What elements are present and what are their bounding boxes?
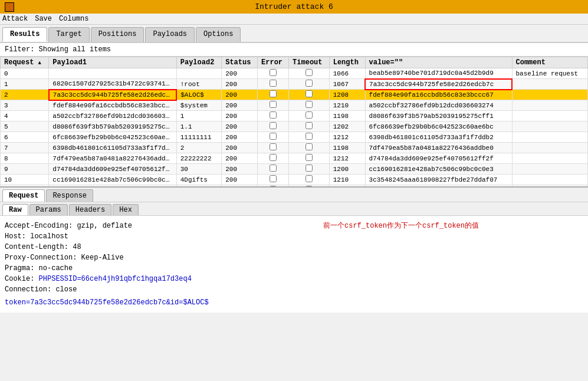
cell-payload2: 2 <box>176 143 221 153</box>
cell-error[interactable] <box>258 153 289 164</box>
tab-payloads[interactable]: Payloads <box>145 27 195 42</box>
cell-status: 200 <box>222 164 258 175</box>
cell-length: 1210 <box>329 100 365 111</box>
table-row[interactable]: 76398db461801c61105d733a3f1f7ddb22200119… <box>1 143 588 153</box>
tab-request[interactable]: Request <box>2 189 45 202</box>
req-line-4: Proxy-Connection: Keep-Alive <box>5 252 583 263</box>
cell-request: 4 <box>1 111 49 121</box>
cell-payload1: 7a3c3cc5dc944b725fe58e2d26edcb7c <box>49 90 176 100</box>
filter-text: Filter: Showing all items <box>5 45 111 54</box>
cell-payload1: a502ccbf32786efd9b12dcd036603274 <box>49 111 176 121</box>
cell-timeout[interactable] <box>289 90 330 100</box>
cell-payload1: fdef884e90fa16ccbdb56c83e3bccc67 <box>49 100 176 111</box>
cell-comment <box>512 111 587 121</box>
cell-request: 1 <box>1 79 49 90</box>
table-row[interactable]: 4a502ccbf32786efd9b12dcd0366032741200119… <box>1 111 588 121</box>
cell-payload2: 1 <box>176 111 221 121</box>
col-header-payload1[interactable]: Payload1 <box>49 57 176 68</box>
cell-comment <box>512 90 587 100</box>
menu-attack[interactable]: Attack <box>2 15 28 23</box>
cell-payload2: 1.1 <box>176 121 221 132</box>
token-line: token=7a3c3cc5dc944b725fe58e2d26edcb7c&i… <box>5 297 583 308</box>
cell-error[interactable] <box>258 132 289 143</box>
cell-timeout[interactable] <box>289 153 330 164</box>
tab-results[interactable]: Results <box>2 27 47 42</box>
cell-value: d74784da3dd609e925ef40705612ff2f <box>365 153 512 164</box>
cell-request: 7 <box>1 143 49 153</box>
col-header-timeout[interactable]: Timeout <box>289 57 330 68</box>
table-row[interactable]: 27a3c3cc5dc944b725fe58e2d26edcb7c$ALOC$2… <box>1 90 588 100</box>
col-header-payload2[interactable]: Payload2 <box>176 57 221 68</box>
col-header-error[interactable]: Error <box>258 57 289 68</box>
cell-error[interactable] <box>258 90 289 100</box>
cell-value: a502ccbf32786efd9b12dcd036603274 <box>365 100 512 111</box>
cell-error[interactable] <box>258 100 289 111</box>
cell-timeout[interactable] <box>289 164 330 175</box>
cell-timeout[interactable] <box>289 143 330 153</box>
cell-request: 9 <box>1 164 49 175</box>
cell-value: beab5e89740be701d719dc0a45d2b9d9 <box>365 68 512 79</box>
col-header-comment[interactable]: Comment <box>512 57 587 68</box>
col-header-length[interactable]: Length <box>329 57 365 68</box>
table-row[interactable]: 02001066beab5e89740be701d719dc0a45d2b9d9… <box>1 68 588 79</box>
tab-positions[interactable]: Positions <box>91 27 144 42</box>
cell-comment <box>512 153 587 164</box>
cell-comment <box>512 79 587 90</box>
cell-request: 0 <box>1 68 49 79</box>
tab-response[interactable]: Response <box>46 189 93 202</box>
col-header-value[interactable]: value="" <box>365 57 512 68</box>
cell-error[interactable] <box>258 175 289 185</box>
cell-length: 1212 <box>329 153 365 164</box>
req-line-1: Accept-Encoding: gzip, deflate <box>5 221 583 231</box>
tab-headers[interactable]: Headers <box>69 204 111 215</box>
cell-request: 8 <box>1 153 49 164</box>
cell-error[interactable] <box>258 143 289 153</box>
tab-hex[interactable]: Hex <box>113 204 139 215</box>
col-header-status[interactable]: Status <box>222 57 258 68</box>
cell-error[interactable] <box>258 79 289 90</box>
cell-error[interactable] <box>258 121 289 132</box>
cell-timeout[interactable] <box>289 100 330 111</box>
cell-timeout[interactable] <box>289 121 330 132</box>
window-title: Intruder attack 6 <box>255 2 333 11</box>
menu-save[interactable]: Save <box>35 15 52 23</box>
table-row[interactable]: 16820c1507d27925c31b4722c93741839!root20… <box>1 79 588 90</box>
table-row[interactable]: 9d74784da3dd609e925ef40705612ff2f3020012… <box>1 164 588 175</box>
table-row[interactable]: 87df479ea5b87a0481a82276436addbe02222222… <box>1 153 588 164</box>
cell-error[interactable] <box>258 111 289 121</box>
raw-tab-bar: Raw Params Headers Hex <box>0 202 588 216</box>
tab-raw[interactable]: Raw <box>2 204 28 215</box>
req-resp-tab-bar: Request Response <box>0 188 588 202</box>
cell-timeout[interactable] <box>289 68 330 79</box>
tab-params[interactable]: Params <box>29 204 68 215</box>
cell-payload2: $system <box>176 100 221 111</box>
cell-status: 200 <box>222 90 258 100</box>
cell-length: 1210 <box>329 175 365 185</box>
table-row[interactable]: 3fdef884e90fa16ccbdb56c83e3bccc67$system… <box>1 100 588 111</box>
tab-target[interactable]: Target <box>48 27 89 42</box>
tab-options[interactable]: Options <box>196 27 241 42</box>
col-header-request[interactable]: Request ▲ <box>1 57 49 68</box>
cell-payload1: 7df479ea5b87a0481a82276436addbe0 <box>49 153 176 164</box>
cell-error[interactable] <box>258 164 289 175</box>
cell-error[interactable] <box>258 68 289 79</box>
cookie-value: PHPSESSID=66ceh4jh91qbfc1hgqa17d3eq4 <box>39 275 192 283</box>
cell-comment <box>512 143 587 153</box>
cell-status: 200 <box>222 132 258 143</box>
cell-timeout[interactable] <box>289 175 330 185</box>
cell-timeout[interactable] <box>289 132 330 143</box>
cell-length: 1066 <box>329 68 365 79</box>
table-row[interactable]: 10cc169016281e428ab7c506c99bc0c0e34Dgift… <box>1 175 588 185</box>
cell-length: 1200 <box>329 164 365 175</box>
cell-timeout[interactable] <box>289 111 330 121</box>
cell-length: 1198 <box>329 111 365 121</box>
table-row[interactable]: 5d8086f639f3b579ab52039195275cff11.12001… <box>1 121 588 132</box>
cell-value: 6398db461801c61105d733a3f1f7ddb2 <box>365 132 512 143</box>
cell-payload2: 22222222 <box>176 153 221 164</box>
cell-comment <box>512 121 587 132</box>
cell-request: 6 <box>1 132 49 143</box>
cell-timeout[interactable] <box>289 79 330 90</box>
menu-bar: Attack Save Columns <box>0 14 588 25</box>
table-row[interactable]: 66fc86639efb29b0b6c042523c60ae6bc1111111… <box>1 132 588 143</box>
menu-columns[interactable]: Columns <box>59 15 88 23</box>
